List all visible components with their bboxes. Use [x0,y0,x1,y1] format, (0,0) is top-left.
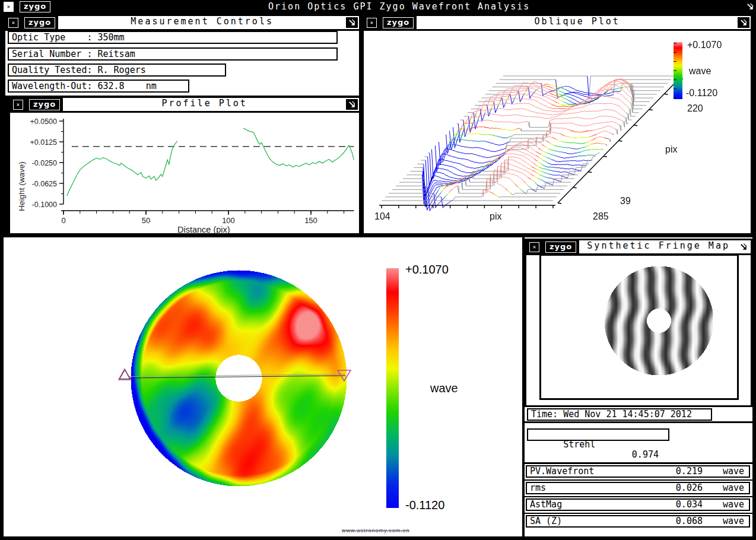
panel-menu-arrow-icon[interactable] [738,17,749,28]
profile-plot-chart: +0.0500+0.0125-0.0250-0.0625-0.1000Heigh… [10,113,358,235]
oblique-plot-panel: ✕ zygo Oblique Plot +0.1070 wave -0.1120… [362,14,752,235]
svg-text:50: 50 [142,216,150,225]
stat-value: 0.068 [660,516,703,526]
oblique-colorbar-max: +0.1070 [687,40,722,50]
stat-row-rms[interactable]: rms 0.026 wave [526,482,750,494]
panel-title: Oblique Plot [417,16,738,29]
svg-text:-0.1000: -0.1000 [32,201,57,209]
watermark: www.astronomy.com.cn [342,528,409,533]
oblique-colorbar-units: wave [689,66,711,77]
fringe-map-image [604,266,713,375]
main-window-controls: ✕ zygo [0,0,54,13]
window-menu-arrow-icon[interactable] [744,1,756,12]
field-value: R. Rogers [92,65,145,75]
profile-plot-panel: ✕ zygo Profile Plot +0.0500+0.0125-0.025… [8,96,361,235]
stat-label: rms [527,483,660,493]
quality-tested-field[interactable]: Quality Tested: R. Rogers [8,63,226,77]
oblique-x-axis-max: 285 [593,211,609,222]
stat-value: 0.026 [660,483,703,493]
map-colorbar-max: +0.1070 [405,263,449,277]
panel-window-controls: ✕ zygo [364,16,417,29]
map-colorbar-min: -0.1120 [405,498,444,512]
panel-close-icon[interactable]: ✕ [8,18,18,28]
field-label: Quality Tested: [12,65,92,75]
panel-title: Profile Plot [63,98,346,111]
panel-window-controls: ✕ zygo [10,98,63,111]
stat-row-sa-z[interactable]: SA (Z) 0.068 wave [526,515,750,528]
oblique-depth-axis-label: pix [665,144,677,155]
stat-label: PV.Wavefront [527,466,660,477]
field-value: 350mm [92,32,124,43]
oblique-colorbar [674,42,682,99]
svg-text:150: 150 [304,216,317,225]
oblique-colorbar-min: -0.1120 [686,88,717,99]
svg-text:0: 0 [61,216,65,225]
svg-text:100: 100 [222,216,235,225]
stat-row-astmag[interactable]: AstMag 0.034 wave [526,498,750,511]
zygo-logo: zygo [20,1,50,12]
oblique-depth-axis-min: 39 [620,196,631,207]
field-label: Optic Type : [12,32,92,43]
panel-title: Synthetic Fringe Map [579,240,738,253]
panel-menu-arrow-icon[interactable] [738,242,749,252]
fringe-map-title-bar: ✕ zygo Synthetic Fringe Map [526,240,751,255]
measurement-controls-panel: ✕ zygo Measurement Controls Optic Type :… [4,14,361,97]
divider [523,462,754,464]
panel-close-icon[interactable]: ✕ [529,242,539,252]
field-label: Serial Number : [12,49,92,59]
wavefront-map-area: +0.1070 wave -0.1120 www.astronomy.com.c… [4,237,522,536]
panel-close-icon[interactable]: ✕ [367,18,377,28]
stat-unit: wave [703,466,749,477]
stat-value: 0.219 [660,466,703,477]
oblique-x-axis-min: 104 [374,211,390,222]
panel-window-controls: ✕ zygo [5,16,58,29]
svg-text:Height (wave): Height (wave) [17,161,26,211]
panel-menu-arrow-icon[interactable] [346,99,358,110]
field-value: Reitsam [92,49,135,59]
zygo-logo: zygo [24,17,55,28]
strehl-field[interactable]: Strehl 0.974 [527,428,669,441]
stat-label: SA (Z) [527,516,660,526]
zygo-logo: zygo [545,242,576,253]
stat-unit: wave [703,483,749,493]
zygo-logo: zygo [383,17,414,28]
divider [523,496,754,497]
stat-row-pv-wavefront[interactable]: PV.Wavefront 0.219 wave [526,465,750,478]
optic-type-field[interactable]: Optic Type : 350mm [8,31,338,44]
map-colorbar-units: wave [430,382,458,395]
serial-number-field[interactable]: Serial Number : Reitsam [8,47,338,61]
panel-window-controls: ✕ zygo [526,240,579,253]
synthetic-fringe-map-panel: ✕ zygo Synthetic Fringe Map [525,239,752,407]
svg-text:Distance (pix): Distance (pix) [177,225,230,234]
panel-menu-arrow-icon[interactable] [346,17,358,28]
stat-label: AstMag [527,500,660,510]
svg-text:-0.0250: -0.0250 [32,159,57,167]
divider [523,513,754,514]
profile-section-line[interactable] [113,366,362,398]
main-title-bar: ✕ zygo Orion Optics GPI Zygo Wavefront A… [0,0,756,13]
oblique-x-axis-label: pix [490,211,501,222]
map-colorbar [386,268,399,508]
measurement-controls-title-bar: ✕ zygo Measurement Controls [5,16,359,31]
svg-text:+0.0500: +0.0500 [30,117,57,126]
strehl-value: 0.974 [632,450,659,460]
divider [523,421,754,423]
stat-unit: wave [703,516,749,526]
oblique-surface-plot [367,36,687,217]
time-field[interactable]: Time: Wed Nov 21 14:45:07 2012 [527,408,712,421]
oblique-plot-title-bar: ✕ zygo Oblique Plot [364,16,751,31]
oblique-depth-axis-max: 220 [687,103,703,114]
main-window-title: Orion Optics GPI Zygo Wavefront Analysis [54,1,744,12]
window-close-icon[interactable]: ✕ [4,2,14,12]
panel-title: Measurement Controls [58,16,346,29]
fringe-map-frame [539,254,739,400]
profile-plot-title-bar: ✕ zygo Profile Plot [10,98,359,113]
field-label: Wavelength-Out: [12,81,92,91]
svg-text:-0.0625: -0.0625 [32,180,57,188]
stat-unit: wave [703,500,749,510]
wavelength-out-field[interactable]: Wavelength-Out: 632.8 nm [8,80,189,93]
divider [523,479,754,481]
zygo-application-window: ✕ zygo Orion Optics GPI Zygo Wavefront A… [0,0,756,540]
panel-close-icon[interactable]: ✕ [13,100,23,110]
strehl-label: Strehl [563,439,595,450]
